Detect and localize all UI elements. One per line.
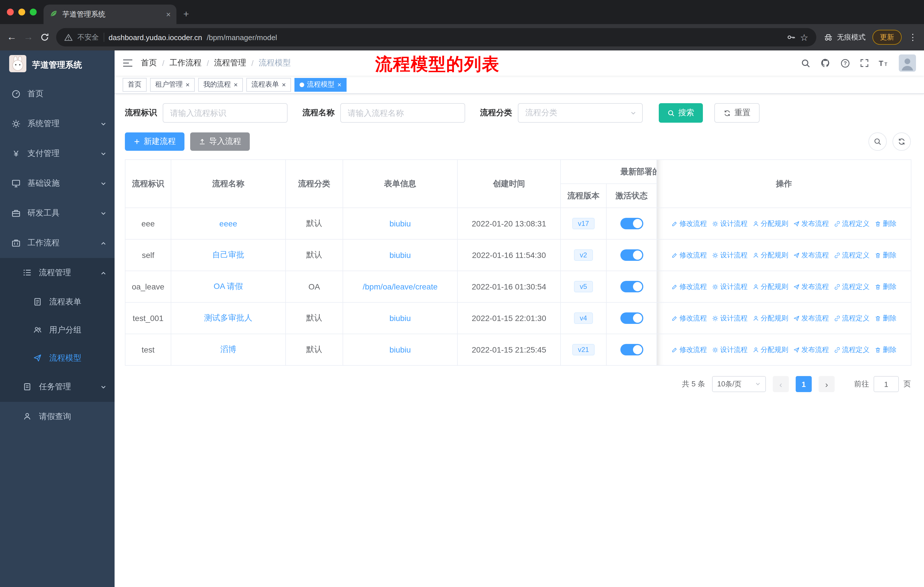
close-icon[interactable]: × [234,81,238,88]
modify-flow-link[interactable]: 修改流程 [672,219,707,228]
design-flow-link[interactable]: 设计流程 [712,250,747,260]
github-icon[interactable] [820,58,831,68]
process-name-link[interactable]: eeee [219,219,237,228]
delete-link[interactable]: 删除 [875,219,896,228]
form-info-link[interactable]: biubiu [389,345,411,354]
publish-flow-link[interactable]: 发布流程 [794,219,829,228]
tag-tenant-management[interactable]: 租户管理 × [150,78,195,91]
breadcrumb-process-management[interactable]: 流程管理 [214,58,246,68]
help-icon[interactable]: ? [840,58,850,68]
close-icon[interactable]: × [186,81,190,88]
window-minimize-button[interactable] [18,8,25,15]
forward-button[interactable]: → [23,31,33,43]
active-toggle[interactable] [620,344,643,356]
breadcrumb-home[interactable]: 首页 [141,58,157,68]
publish-flow-link[interactable]: 发布流程 [794,345,829,355]
avatar[interactable] [899,55,916,72]
browser-menu-icon[interactable]: ⋮ [909,32,917,42]
tag-process-form[interactable]: 流程表单 × [246,78,291,91]
app-logo[interactable]: 芋道管理系统 [0,50,115,79]
close-icon[interactable]: × [337,81,342,88]
active-toggle[interactable] [620,313,643,324]
page-number-button[interactable]: 1 [796,376,812,392]
sidebar-item-devtools[interactable]: 研发工具 [0,198,115,228]
toggle-search-button[interactable] [868,132,887,151]
active-toggle[interactable] [620,250,643,261]
process-name-input[interactable] [340,103,465,123]
tab-close-icon[interactable]: × [166,10,171,18]
process-name-link[interactable]: 滔博 [220,344,236,354]
flow-definition-link[interactable]: 流程定义 [834,219,870,228]
tag-process-model[interactable]: 流程模型 × [294,78,346,91]
design-flow-link[interactable]: 设计流程 [712,345,747,355]
process-name-link[interactable]: OA 请假 [214,281,243,291]
flow-definition-link[interactable]: 流程定义 [834,250,870,260]
sidebar-item-payment[interactable]: ¥ 支付管理 [0,139,115,169]
form-info-link[interactable]: biubiu [389,219,411,228]
tag-home[interactable]: 首页 [122,78,147,91]
modify-flow-link[interactable]: 修改流程 [672,250,707,260]
window-zoom-button[interactable] [30,8,37,15]
fullscreen-icon[interactable] [860,58,869,68]
font-size-icon[interactable]: TT [879,59,889,67]
password-key-icon[interactable] [786,33,795,42]
goto-page-input[interactable] [874,376,899,392]
delete-link[interactable]: 删除 [875,250,896,260]
delete-link[interactable]: 删除 [875,282,896,291]
sidebar-item-task-management[interactable]: 任务管理 [0,372,115,402]
address-bar[interactable]: 不安全 dashboard.yudao.iocoder.cn /bpm/mana… [56,28,816,46]
sidebar-item-process-model[interactable]: 流程模型 [0,344,115,372]
process-key-input[interactable] [163,103,287,123]
form-info-link[interactable]: biubiu [389,314,411,323]
flow-definition-link[interactable]: 流程定义 [834,313,870,323]
sidebar-item-user-group[interactable]: 用户分组 [0,316,115,344]
design-flow-link[interactable]: 设计流程 [712,219,747,228]
flow-definition-link[interactable]: 流程定义 [834,345,870,355]
active-toggle[interactable] [620,218,643,229]
assign-rule-link[interactable]: 分配规则 [753,219,788,228]
new-tab-button[interactable]: + [183,8,189,20]
create-process-button[interactable]: 新建流程 [125,132,185,151]
modify-flow-link[interactable]: 修改流程 [672,313,707,323]
import-process-button[interactable]: 导入流程 [190,132,250,151]
sidebar-item-system[interactable]: 系统管理 [0,109,115,139]
publish-flow-link[interactable]: 发布流程 [794,250,829,260]
active-toggle[interactable] [620,281,643,293]
sidebar-item-process-form[interactable]: 流程表单 [0,288,115,316]
sidebar-collapse-icon[interactable] [122,58,133,68]
publish-flow-link[interactable]: 发布流程 [794,313,829,323]
security-label[interactable]: 不安全 [78,32,99,42]
search-button[interactable]: 搜索 [659,103,703,123]
design-flow-link[interactable]: 设计流程 [712,282,747,291]
form-info-link[interactable]: /bpm/oa/leave/create [363,282,438,291]
sidebar-item-leave-query[interactable]: 请假查询 [0,402,115,432]
bookmark-star-icon[interactable]: ☆ [800,32,808,43]
sidebar-item-infrastructure[interactable]: 基础设施 [0,169,115,198]
prev-page-button[interactable]: ‹ [773,376,789,392]
next-page-button[interactable]: › [818,376,835,392]
flow-definition-link[interactable]: 流程定义 [834,282,870,291]
assign-rule-link[interactable]: 分配规则 [753,313,788,323]
sidebar-item-process-management[interactable]: 流程管理 [0,258,115,288]
assign-rule-link[interactable]: 分配规则 [753,282,788,291]
delete-link[interactable]: 删除 [875,313,896,323]
browser-tab[interactable]: 芋道管理系统 × [43,5,177,24]
modify-flow-link[interactable]: 修改流程 [672,282,707,291]
modify-flow-link[interactable]: 修改流程 [672,345,707,355]
back-button[interactable]: ← [7,31,16,43]
browser-update-button[interactable]: 更新 [873,30,902,45]
assign-rule-link[interactable]: 分配规则 [753,250,788,260]
search-icon[interactable] [801,58,810,68]
design-flow-link[interactable]: 设计流程 [712,313,747,323]
publish-flow-link[interactable]: 发布流程 [794,282,829,291]
close-icon[interactable]: × [282,81,286,88]
refresh-button[interactable] [893,132,911,151]
form-info-link[interactable]: biubiu [389,251,411,260]
window-close-button[interactable] [7,8,14,15]
process-name-link[interactable]: 自己审批 [212,250,244,259]
breadcrumb-workflow[interactable]: 工作流程 [170,58,201,68]
page-size-select[interactable]: 10条/页 [712,376,766,392]
sidebar-item-workflow[interactable]: 工作流程 [0,228,115,258]
sidebar-item-home[interactable]: 首页 [0,79,115,109]
reset-button[interactable]: 重置 [714,103,760,123]
